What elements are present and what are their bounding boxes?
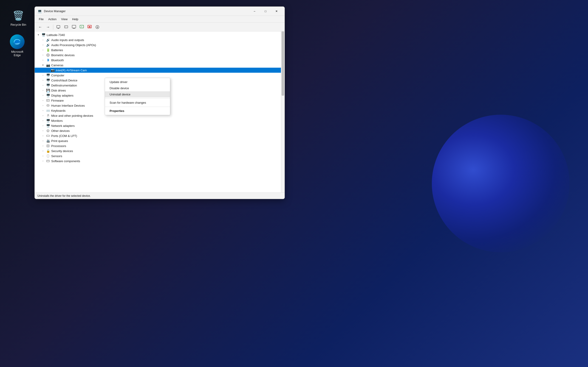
apo-label: Audio Processing Objects (APOs) — [51, 43, 96, 47]
menu-bar: File Action View Help — [35, 16, 285, 23]
tree-item-batteries[interactable]: › 🔋 Batteries — [35, 48, 281, 52]
expand-icon: › — [41, 134, 45, 138]
tree-item-computer[interactable]: › 🖥️ Computer — [35, 73, 281, 78]
minimize-button[interactable]: – — [249, 8, 260, 15]
dell-label: DellInstrumentation — [51, 84, 77, 87]
ports-label: Ports (COM & LPT) — [51, 134, 77, 138]
device-tree-panel[interactable]: ▼ 🖥️ Latitude-7340 › 🔊 Audio inputs and … — [35, 31, 281, 192]
expand-icon: › — [41, 99, 45, 102]
svg-point-16 — [47, 54, 49, 56]
tree-item-other[interactable]: › ? Other devices — [35, 128, 281, 133]
display-label: Display adapters — [51, 94, 73, 97]
expand-icon: › — [41, 43, 45, 47]
menu-file[interactable]: File — [36, 17, 46, 22]
tree-item-security[interactable]: › 🔒 Security devices — [35, 148, 281, 153]
batteries-label: Batteries — [51, 48, 63, 52]
tree-item-bluetooth[interactable]: › Bluetooth — [35, 58, 281, 63]
tree-root-item[interactable]: ▼ 🖥️ Latitude-7340 — [35, 32, 281, 37]
uninstall-button[interactable] — [86, 24, 93, 30]
svg-rect-30 — [47, 145, 49, 147]
tree-item-audio[interactable]: › 🔊 Audio inputs and outputs — [35, 37, 281, 42]
sensors-label: Sensors — [51, 154, 62, 158]
edge-graphic — [10, 34, 25, 49]
tree-item-cameras[interactable]: ▼ 📷 Cameras — [35, 63, 281, 68]
title-bar-controls: – □ ✕ — [249, 8, 282, 15]
firmware-label: Firmware — [51, 99, 64, 102]
tree-item-biometric[interactable]: › Biometric devices — [35, 52, 281, 58]
properties-button[interactable] — [55, 24, 62, 30]
processor-icon — [46, 144, 50, 148]
expand-icon: › — [41, 159, 45, 163]
camera-icon: 📷 — [46, 63, 50, 67]
ctx-uninstall-device[interactable]: Uninstall device — [105, 91, 170, 98]
controlvault-label: ControlVault Device — [51, 79, 78, 82]
tree-item-network[interactable]: › 🖥️ Network adapters — [35, 123, 281, 128]
root-label: Latitude-7340 — [47, 33, 65, 37]
computer-device-icon: 🖥️ — [46, 73, 50, 77]
svg-rect-32 — [47, 160, 49, 162]
expand-icon: › — [41, 94, 45, 97]
scan-changes-button[interactable] — [70, 24, 78, 30]
audio-label: Audio inputs and outputs — [51, 38, 84, 42]
tree-item-ports[interactable]: › Ports (COM & LPT) — [35, 133, 281, 138]
tree-item-sensors[interactable]: › Sensors — [35, 153, 281, 158]
close-button[interactable]: ✕ — [271, 8, 282, 15]
computer-icon: 🖥️ — [41, 33, 46, 37]
tree-item-monitors[interactable]: › 🖥️ Monitors — [35, 118, 281, 123]
biometric-icon — [46, 53, 50, 57]
ctx-properties[interactable]: Properties — [105, 108, 170, 114]
menu-action[interactable]: Action — [46, 17, 59, 22]
software-icon — [46, 159, 50, 163]
expand-icon: › — [41, 78, 45, 82]
security-icon: 🔒 — [46, 149, 50, 153]
window-icon: 💻 — [37, 9, 42, 14]
download-button[interactable] — [94, 24, 101, 30]
hid-icon — [46, 103, 50, 108]
hid-label: Human Interface Devices — [51, 104, 85, 107]
menu-view[interactable]: View — [59, 17, 70, 22]
device-manager-window: 💻 Device Manager – □ ✕ File Action View … — [35, 6, 285, 199]
ports-icon — [46, 133, 50, 138]
expand-icon: › — [41, 104, 45, 107]
add-driver-button[interactable]: + — [78, 24, 86, 30]
scrollbar-thumb[interactable] — [282, 31, 284, 96]
ctx-update-driver[interactable]: Update driver — [105, 79, 170, 85]
network-icon: 🖥️ — [46, 123, 50, 128]
computer-label: Computer — [51, 74, 64, 77]
tree-item-avstream[interactable]: 📷 Intel(R) AVStream Cam — [35, 68, 281, 73]
expand-icon: › — [41, 48, 45, 52]
back-button[interactable]: ← — [36, 24, 44, 30]
recycle-bin-graphic: 🗑️ — [12, 9, 25, 22]
svg-rect-6 — [72, 25, 76, 28]
security-label: Security devices — [51, 149, 73, 153]
expand-icon: › — [41, 149, 45, 153]
tree-item-apo[interactable]: › 🔊 Audio Processing Objects (APOs) — [35, 42, 281, 48]
tree-item-print[interactable]: › 🖨️ Print queues — [35, 138, 281, 143]
edge-desktop-icon[interactable]: Microsoft Edge — [8, 34, 26, 57]
status-bar: Uninstalls the driver for the selected d… — [35, 192, 285, 199]
battery-icon: 🔋 — [46, 48, 50, 52]
print-label: Print queues — [51, 139, 68, 143]
expand-icon: › — [41, 89, 45, 92]
tree-item-processors[interactable]: › Processors — [35, 143, 281, 148]
ctx-disable-device[interactable]: Disable device — [105, 85, 170, 91]
content-area: ▼ 🖥️ Latitude-7340 › 🔊 Audio inputs and … — [35, 31, 285, 192]
maximize-button[interactable]: □ — [260, 8, 271, 15]
menu-help[interactable]: Help — [70, 17, 81, 22]
recycle-bin-icon[interactable]: 🗑️ Recycle Bin — [9, 9, 27, 26]
expand-icon: › — [41, 38, 45, 42]
tree-item-software[interactable]: › Software components — [35, 158, 281, 164]
context-menu: Update driver Disable device Uninstall d… — [105, 78, 170, 115]
expand-icon: › — [41, 144, 45, 148]
network-label: Network adapters — [51, 124, 75, 127]
expand-icon: › — [41, 53, 45, 57]
controlvault-icon: 🖥️ — [46, 78, 50, 83]
update-driver-button[interactable]: ? — [62, 24, 70, 30]
scrollbar[interactable] — [281, 31, 285, 192]
ctx-scan-changes[interactable]: Scan for hardware changes — [105, 100, 170, 106]
cameras-label: Cameras — [51, 64, 63, 67]
display-icon: 🖥️ — [46, 93, 50, 98]
expand-icon: › — [41, 109, 45, 112]
forward-button[interactable]: → — [44, 24, 52, 30]
avstream-icon: 📷 — [50, 68, 55, 73]
